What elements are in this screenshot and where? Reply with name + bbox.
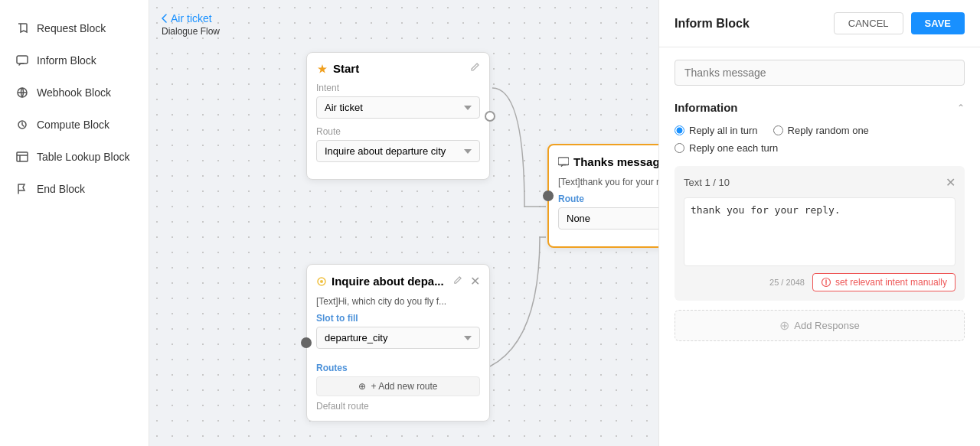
- thanks-route-label: Route: [558, 194, 658, 204]
- table-icon: [15, 150, 29, 164]
- sidebar-item-end-block[interactable]: End Block: [0, 173, 149, 205]
- collapse-icon[interactable]: ⌃: [957, 103, 965, 113]
- inquire-node-edit-icon[interactable]: [452, 275, 462, 288]
- svg-rect-8: [558, 157, 569, 164]
- information-title: Information: [675, 101, 738, 114]
- breadcrumb: Air ticket Dialogue Flow: [162, 12, 220, 37]
- breadcrumb-parent-link[interactable]: Air ticket: [162, 12, 220, 24]
- reply-each-radio[interactable]: [675, 143, 684, 153]
- default-route-label: Default route: [316, 401, 480, 412]
- routes-label: Routes: [316, 363, 480, 373]
- route-select[interactable]: Inquire about departure city: [316, 140, 480, 162]
- canvas: Air ticket Dialogue Flow Start Intent Ai…: [149, 0, 658, 446]
- panel-title: Inform Block: [675, 17, 750, 31]
- sidebar-item-compute-block[interactable]: Compute Block: [0, 109, 149, 141]
- text-card-footer: 25 / 2048 set relevant intent manually: [684, 273, 956, 291]
- text-card: Text 1 / 10 ✕ thank you for your reply. …: [675, 166, 965, 301]
- start-node-title: Start: [316, 62, 359, 75]
- add-route-button[interactable]: ⊕ + Add new route: [316, 376, 480, 396]
- start-node: Start Intent Air ticket Route Inquire ab…: [306, 52, 490, 180]
- sidebar-item-label: Table Lookup Block: [37, 151, 129, 163]
- plus-icon: ⊕: [358, 381, 366, 392]
- block-name-input[interactable]: [675, 60, 965, 86]
- thanks-node-title: Thanks message: [558, 155, 658, 168]
- inquire-node-title: Inquire about depa...: [316, 275, 444, 288]
- add-response-button[interactable]: ⊕ Add Response: [675, 310, 965, 341]
- cancel-button[interactable]: CANCEL: [834, 12, 903, 34]
- sidebar-item-webhook-block[interactable]: Webhook Block: [0, 77, 149, 109]
- text-card-header: Text 1 / 10 ✕: [684, 175, 956, 190]
- inquire-node: Inquire about depa... ✕ [Text]Hi, which …: [306, 264, 490, 422]
- add-response-plus-icon: ⊕: [779, 318, 789, 333]
- thanks-node: Thanks message ✕ [Text]thank you for you…: [547, 144, 658, 248]
- reply-random-radio[interactable]: [773, 125, 783, 135]
- text-card-close-icon[interactable]: ✕: [946, 175, 956, 190]
- intent-label: Intent: [316, 83, 480, 93]
- chat-icon: [15, 54, 29, 67]
- reply-all-radio[interactable]: [675, 125, 684, 135]
- reply-mode-group: Reply all in turn Reply random one Reply…: [675, 125, 965, 154]
- slot-select[interactable]: departure_city: [316, 327, 480, 349]
- save-button[interactable]: SAVE: [911, 12, 965, 34]
- panel-body: Information ⌃ Reply all in turn Reply ra…: [659, 47, 980, 446]
- reply-random-option[interactable]: Reply random one: [773, 125, 869, 136]
- sidebar-item-request-block[interactable]: Request Block: [0, 12, 149, 44]
- panel-header: Inform Block CANCEL SAVE: [659, 0, 980, 47]
- panel-actions: CANCEL SAVE: [834, 12, 965, 34]
- sidebar-item-table-lookup-block[interactable]: Table Lookup Block: [0, 141, 149, 173]
- sidebar-item-label: Request Block: [37, 22, 106, 34]
- sidebar-item-inform-block[interactable]: Inform Block: [0, 44, 149, 77]
- reply-each-option[interactable]: Reply one each turn: [675, 142, 778, 154]
- text-counter: Text 1 / 10: [684, 177, 730, 188]
- inquire-body-text: [Text]Hi, which city do you fly f...: [316, 296, 480, 307]
- sidebar-item-label: Compute Block: [37, 119, 109, 131]
- start-node-right-connector: [485, 111, 495, 122]
- thanks-left-connector: [543, 190, 554, 201]
- thanks-route-select[interactable]: None: [558, 207, 658, 230]
- svg-rect-3: [17, 152, 28, 161]
- intent-button[interactable]: set relevant intent manually: [812, 273, 956, 291]
- start-node-edit-icon[interactable]: [469, 62, 480, 75]
- sidebar-item-label: End Block: [37, 183, 85, 195]
- sidebar-item-label: Inform Block: [37, 54, 96, 67]
- intent-select[interactable]: Air ticket: [316, 96, 480, 119]
- svg-point-7: [320, 280, 323, 283]
- information-section-header: Information ⌃: [675, 101, 965, 114]
- bookmark-icon: [15, 21, 29, 35]
- inquire-node-close-icon[interactable]: ✕: [470, 274, 480, 288]
- breadcrumb-current: Dialogue Flow: [162, 26, 220, 37]
- thanks-body-text: [Text]thank you for your reply.: [558, 177, 658, 187]
- compute-icon: [15, 118, 29, 132]
- text-textarea[interactable]: thank you for your reply.: [684, 197, 956, 266]
- char-count: 25 / 2048: [769, 278, 805, 287]
- right-panel: Inform Block CANCEL SAVE Information ⌃ R…: [658, 0, 980, 446]
- reply-all-option[interactable]: Reply all in turn: [675, 125, 758, 136]
- globe-icon: [15, 86, 29, 99]
- sidebar: Request Block Inform Block Webhook Block…: [0, 0, 149, 446]
- slot-label: Slot to fill: [316, 313, 480, 324]
- svg-rect-0: [17, 56, 28, 63]
- sidebar-item-label: Webhook Block: [37, 86, 111, 99]
- inquire-left-connector: [301, 337, 312, 348]
- route-label: Route: [316, 126, 480, 137]
- flag-icon: [15, 182, 29, 196]
